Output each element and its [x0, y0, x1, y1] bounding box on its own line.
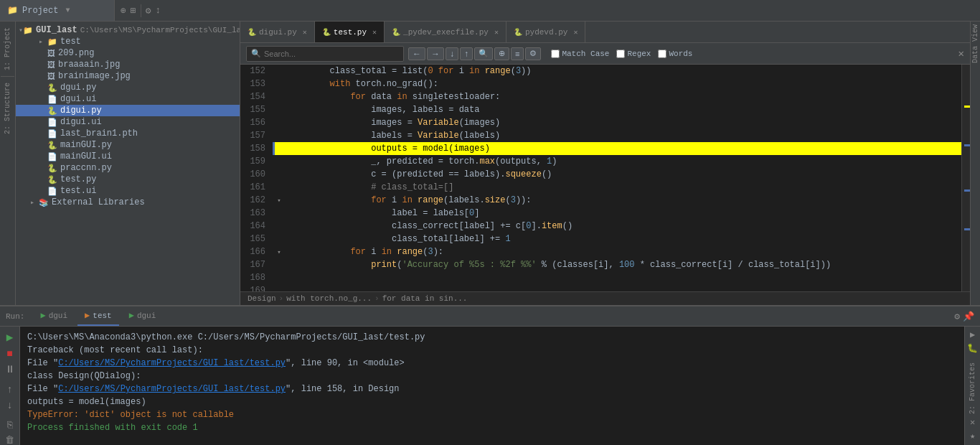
output-link-1[interactable]: C:/Users/MS/PycharmProjects/GUI_last/tes… [58, 358, 286, 368]
tree-item-gui-last[interactable]: ▾ 📁 GUI_last C:\Users\MS\PycharmProjects… [16, 24, 240, 36]
line-content-159[interactable]: _, predicted = torch.max(outputs, 1) [286, 155, 961, 168]
line-content-161[interactable]: # class_total=[] [286, 181, 961, 194]
line-content-153[interactable]: with torch.no_grad(): [286, 78, 961, 90]
output-link-2[interactable]: C:/Users/MS/PycharmProjects/GUI_last/tes… [58, 384, 286, 394]
line-content-166[interactable]: for i in range(3): [286, 245, 961, 258]
search-input-wrap[interactable]: 🔍 [246, 46, 404, 62]
search-prev-btn[interactable]: ← [408, 47, 425, 60]
search-extra-btn2[interactable]: ≡ [511, 47, 524, 60]
toolbar-btn-1[interactable]: ⊕ [121, 5, 126, 17]
fav-favorites-label[interactable]: 2: Favorites [969, 362, 976, 414]
regex-checkbox[interactable] [616, 50, 625, 58]
line-content-163[interactable]: label = labels[0] [286, 207, 961, 220]
run-scroll-up-btn[interactable]: ↑ [2, 383, 18, 397]
line-content-168[interactable] [286, 271, 961, 284]
tab-diguipy[interactable]: 🐍 digui.py ✕ [240, 22, 315, 42]
tree-item-praccnnpy[interactable]: 🐍 praccnn.py [16, 162, 240, 174]
tab-close-diguipy[interactable]: ✕ [303, 28, 307, 37]
tree-item-dguiui[interactable]: 📄 dgui.ui [16, 93, 240, 105]
run-tab-dgui[interactable]: ▶ dgui [33, 306, 75, 326]
line-content-162[interactable]: for i in range(labels.size(3)): [286, 194, 961, 207]
tab-close-pydev-execfile[interactable]: ✕ [494, 28, 499, 37]
line-num-163: 163 [240, 207, 273, 220]
search-next-btn[interactable]: → [427, 47, 444, 60]
line-content-164[interactable]: class_correct[label] += c[0].item() [286, 220, 961, 233]
tab-pydevd[interactable]: 🐍 pydevd.py ✕ [507, 22, 585, 42]
tab-close-testpy[interactable]: ✕ [372, 28, 377, 37]
run-settings-btn[interactable]: ⚙ [954, 311, 960, 322]
search-settings-btn[interactable]: ⚙ [525, 47, 541, 60]
fold-arrow-162[interactable]: ▾ [277, 197, 281, 205]
search-up-btn[interactable]: ↑ [460, 47, 473, 60]
tree-item-test-folder[interactable]: ▸ 📁 test [16, 36, 240, 47]
tree-item-diguiui[interactable]: 📄 digui.ui [16, 116, 240, 128]
line-content-154[interactable]: for data in singletestloader: [286, 90, 961, 103]
breadcrumb-item-torch[interactable]: with torch.no_g... [286, 294, 372, 303]
run-tab-test[interactable]: ▶ test [77, 306, 119, 326]
breadcrumb-item-design[interactable]: Design [248, 294, 276, 303]
tree-arrow-ext[interactable]: ▸ [30, 198, 39, 207]
run-stop-btn[interactable]: ■ [2, 347, 18, 361]
match-case-checkbox[interactable] [551, 50, 560, 58]
tab-testpy[interactable]: 🐍 test.py ✕ [315, 22, 385, 42]
run-scroll-down-btn[interactable]: ↓ [2, 398, 18, 413]
tree-item-209png[interactable]: 🖼 209.png [16, 47, 240, 59]
tree-arrow-test[interactable]: ▸ [39, 37, 47, 46]
search-extra-btn1[interactable]: ⊕ [494, 47, 509, 60]
fav-run-btn[interactable]: ▶ [970, 329, 975, 340]
line-gutter-153 [273, 78, 286, 90]
line-content-167[interactable]: print('Accuracy of %5s : %2f %%' % (clas… [286, 258, 961, 271]
tree-item-mainguipy[interactable]: 🐍 mainGUI.py [16, 139, 240, 151]
tree-item-braaaain[interactable]: 🖼 braaaain.jpg [16, 59, 240, 70]
search-find-btn[interactable]: 🔍 [474, 47, 493, 60]
line-content-165[interactable]: class_total[label] += 1 [286, 233, 961, 245]
tree-item-testui[interactable]: 📄 test.ui [16, 185, 240, 197]
run-pause-btn[interactable]: ⏸ [2, 362, 18, 377]
fav-add-btn[interactable]: ✕ [970, 417, 975, 428]
tree-item-brainimage[interactable]: 🖼 brainimage.jpg [16, 70, 240, 82]
line-content-158[interactable]: outputs = model(images) [286, 142, 961, 155]
match-case-option[interactable]: Match Case [551, 50, 609, 58]
regex-option[interactable]: Regex [616, 50, 651, 58]
run-copy-btn[interactable]: ⎘ [2, 418, 18, 432]
search-input[interactable] [264, 50, 379, 58]
line-gutter-162[interactable]: ▾ [273, 194, 286, 207]
tab-pydev-execfile[interactable]: 🐍 _pydev_execfile.py ✕ [385, 22, 507, 42]
line-content-169[interactable] [286, 284, 961, 291]
tree-path-gui-last: C:\Users\MS\PycharmProjects\GUI_last [80, 26, 240, 34]
data-view-label[interactable]: Data View [971, 24, 979, 63]
line-content-152[interactable]: class_total = list(0 for i in range(3)) [286, 65, 961, 78]
line-content-160[interactable]: c = (predicted == labels).squeeze() [286, 168, 961, 181]
toolbar-btn-2[interactable]: ⊞ [131, 5, 136, 17]
fav-debug-btn[interactable]: 🐛 [967, 343, 978, 354]
words-option[interactable]: Words [658, 50, 692, 58]
tree-item-lastbrain[interactable]: 📄 last_brain1.pth [16, 128, 240, 139]
tree-item-mainguiui[interactable]: 📄 mainGUI.ui [16, 151, 240, 162]
fav-star-btn[interactable]: ★ [970, 431, 975, 441]
project-dropdown-icon[interactable]: ▼ [65, 6, 70, 14]
breadcrumb-item-fordata[interactable]: for data in sin... [382, 294, 468, 303]
tree-item-testpy[interactable]: 🐍 test.py [16, 174, 240, 185]
tree-item-dguipy[interactable]: 🐍 dgui.py [16, 82, 240, 93]
line-content-155[interactable]: images, labels = data [286, 103, 961, 116]
tab-close-pydevd[interactable]: ✕ [573, 28, 578, 37]
line-content-157[interactable]: labels = Variable(labels) [286, 129, 961, 142]
fold-arrow-166[interactable]: ▾ [277, 248, 281, 256]
line-content-156[interactable]: images = Variable(images) [286, 116, 961, 129]
toolbar-btn-3[interactable]: ⚙ [146, 5, 151, 17]
sidebar-label-structure[interactable]: 2: Structure [1, 77, 14, 140]
line-gutter-166[interactable]: ▾ [273, 245, 286, 258]
words-checkbox[interactable] [658, 50, 666, 58]
run-clear-btn[interactable]: 🗑 [2, 434, 18, 445]
sidebar-label-project[interactable]: 1: Project [1, 22, 14, 76]
tree-label-diguipy: digui.py [60, 106, 102, 116]
tree-item-diguipy[interactable]: 🐍 digui.py [16, 105, 240, 116]
tree-ui-icon-diguiui: 📄 [47, 118, 57, 127]
search-down-btn[interactable]: ↓ [446, 47, 458, 60]
run-tab-dgui2[interactable]: ▶ dgui [122, 306, 164, 326]
run-pin-btn[interactable]: 📌 [963, 311, 974, 322]
search-close-btn[interactable]: ✕ [958, 47, 964, 60]
tree-item-external-libs[interactable]: ▸ 📚 External Libraries [16, 197, 240, 208]
toolbar-btn-4[interactable]: ↕ [155, 5, 161, 16]
run-play-btn[interactable]: ▶ [2, 329, 18, 345]
